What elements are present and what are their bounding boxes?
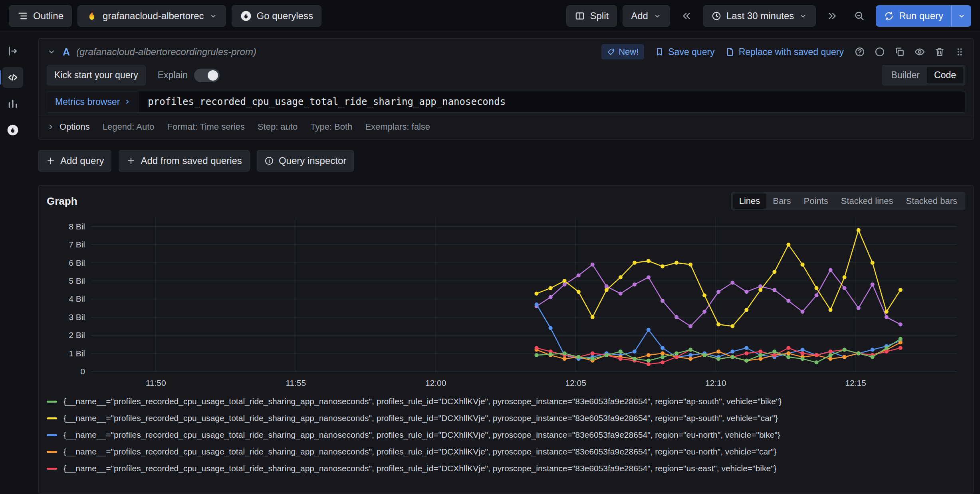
- option-legend: Legend: Auto: [103, 122, 155, 132]
- datasource-label: grafanacloud-albertorec: [103, 10, 204, 22]
- option-step: Step: auto: [258, 122, 298, 132]
- legend-series-label: {__name__="profiles_recorded_cpu_usage_t…: [63, 464, 777, 473]
- graph-style-stacked-lines[interactable]: Stacked lines: [835, 194, 900, 209]
- legend-series-label: {__name__="profiles_recorded_cpu_usage_t…: [63, 447, 777, 456]
- graph-header: Graph Lines Bars Points Stacked lines St…: [47, 192, 965, 210]
- run-query-label: Run query: [899, 10, 943, 22]
- tag-icon: [607, 48, 615, 56]
- legend-item[interactable]: {__name__="profiles_recorded_cpu_usage_t…: [47, 460, 965, 477]
- legend-series-color: [47, 401, 57, 403]
- legend-series-color: [47, 451, 57, 453]
- left-sidebar: [0, 32, 26, 494]
- query-inspector-button[interactable]: Query inspector: [257, 150, 354, 172]
- toggle-knob: [208, 70, 218, 81]
- file-replace-icon: [725, 47, 735, 57]
- timeseries-chart[interactable]: 01 Bil2 Bil3 Bil4 Bil5 Bil6 Bil7 Bil8 Bi…: [47, 212, 965, 391]
- datasource-picker[interactable]: grafanacloud-albertorec: [77, 5, 226, 27]
- legend-item[interactable]: {__name__="profiles_recorded_cpu_usage_t…: [47, 410, 965, 427]
- go-queryless-button[interactable]: Go queryless: [232, 5, 321, 27]
- new-badge[interactable]: New!: [601, 44, 644, 59]
- svg-text:0: 0: [80, 367, 85, 376]
- graph-style-lines[interactable]: Lines: [733, 194, 767, 209]
- sidebar-item-metrics[interactable]: [2, 93, 23, 114]
- editor-mode-builder[interactable]: Builder: [884, 67, 927, 83]
- graph-style-points[interactable]: Points: [797, 194, 835, 209]
- run-query-split-button: Run query: [876, 5, 971, 27]
- graph-style-bars[interactable]: Bars: [766, 194, 797, 209]
- query-datasource-note: (grafanacloud-albertorecordingrules-prom…: [76, 46, 256, 57]
- graph-style-stacked-bars[interactable]: Stacked bars: [900, 194, 964, 209]
- explain-control: Explain: [158, 69, 220, 82]
- query-options-row: Options Legend: Auto Format: Time series…: [39, 115, 973, 139]
- legend-item[interactable]: {__name__="profiles_recorded_cpu_usage_t…: [47, 393, 965, 410]
- metrics-browser-button[interactable]: Metrics browser: [47, 91, 139, 112]
- zoom-out-button[interactable]: [849, 5, 870, 27]
- time-shift-forward-button[interactable]: [821, 5, 843, 27]
- kick-start-label: Kick start your query: [54, 70, 138, 81]
- run-query-button[interactable]: Run query: [876, 5, 951, 27]
- add-from-saved-queries-button[interactable]: Add from saved queries: [119, 150, 249, 172]
- graph-style-group: Lines Bars Points Stacked lines Stacked …: [731, 192, 965, 210]
- query-input-row: Metrics browser profiles_recorded_cpu_us…: [39, 91, 973, 115]
- eye-icon[interactable]: [914, 46, 925, 57]
- bar-chart-icon: [7, 98, 19, 110]
- svg-text:12:15: 12:15: [845, 378, 866, 387]
- option-exemplars: Exemplars: false: [365, 122, 430, 132]
- caret-down-icon: [209, 12, 218, 20]
- graph-title: Graph: [47, 195, 77, 207]
- query-toolbar-row: Kick start your query Explain Builder Co…: [39, 63, 973, 91]
- replace-with-saved-query-label: Replace with saved query: [739, 47, 844, 57]
- svg-text:12:00: 12:00: [425, 378, 446, 387]
- plus-icon: [126, 156, 136, 166]
- double-chevron-right-icon: [827, 10, 838, 22]
- metrics-browser-label: Metrics browser: [55, 97, 120, 107]
- split-button[interactable]: Split: [566, 5, 617, 27]
- svg-text:11:50: 11:50: [146, 378, 166, 387]
- add-dropdown[interactable]: Add: [623, 5, 670, 27]
- outline-button[interactable]: Outline: [9, 5, 72, 27]
- legend-item[interactable]: {__name__="profiles_recorded_cpu_usage_t…: [47, 427, 965, 443]
- query-expression-input[interactable]: profiles_recorded_cpu_usage_total_ride_s…: [139, 96, 965, 107]
- caret-down-icon: [653, 12, 662, 20]
- time-range-label: Last 30 minutes: [726, 10, 794, 22]
- save-query-button[interactable]: Save query: [655, 47, 714, 57]
- split-columns-icon: [575, 11, 585, 21]
- trash-icon[interactable]: [934, 46, 945, 57]
- editor-mode-code[interactable]: Code: [927, 67, 963, 83]
- topbar: Outline grafanacloud-albertorec Go query…: [0, 0, 980, 32]
- help-circle-icon[interactable]: [854, 46, 865, 57]
- graph-legend: {__name__="profiles_recorded_cpu_usage_t…: [47, 393, 965, 477]
- run-query-caret-button[interactable]: [951, 5, 971, 27]
- add-label: Add: [631, 10, 648, 22]
- sidebar-item-open-pane[interactable]: [2, 41, 23, 61]
- time-range-picker[interactable]: Last 30 minutes: [703, 5, 816, 27]
- plus-icon: [46, 156, 56, 166]
- drag-handle-icon[interactable]: [954, 46, 965, 57]
- options-toggle[interactable]: Options: [47, 122, 90, 132]
- kick-start-button[interactable]: Kick start your query: [47, 65, 146, 85]
- add-query-button[interactable]: Add query: [38, 150, 111, 172]
- time-shift-back-button[interactable]: [676, 5, 697, 27]
- editor-mode-group: Builder Code: [882, 65, 965, 85]
- copy-icon[interactable]: [894, 46, 905, 57]
- double-chevron-left-icon: [681, 10, 692, 22]
- circle-icon[interactable]: [874, 46, 885, 57]
- pyroscope-circle-flame-icon: [6, 124, 19, 136]
- legend-item[interactable]: {__name__="profiles_recorded_cpu_usage_t…: [47, 443, 965, 460]
- svg-text:4 Bil: 4 Bil: [69, 294, 85, 303]
- explain-toggle[interactable]: [194, 69, 220, 82]
- outline-label: Outline: [33, 10, 63, 22]
- svg-text:3 Bil: 3 Bil: [69, 312, 85, 322]
- sidebar-item-code[interactable]: [2, 67, 23, 88]
- options-label: Options: [60, 122, 90, 132]
- collapse-chevron-icon[interactable]: [47, 47, 56, 57]
- sidebar-item-profiles[interactable]: [2, 120, 23, 140]
- query-ref-id: A: [63, 46, 70, 58]
- add-query-label: Add query: [60, 155, 104, 166]
- svg-text:5 Bil: 5 Bil: [69, 276, 85, 285]
- svg-text:6 Bil: 6 Bil: [69, 258, 85, 267]
- replace-with-saved-query-button[interactable]: Replace with saved query: [725, 47, 844, 57]
- legend-series-label: {__name__="profiles_recorded_cpu_usage_t…: [63, 397, 782, 406]
- svg-text:2 Bil: 2 Bil: [69, 330, 85, 340]
- svg-text:11:55: 11:55: [286, 378, 306, 387]
